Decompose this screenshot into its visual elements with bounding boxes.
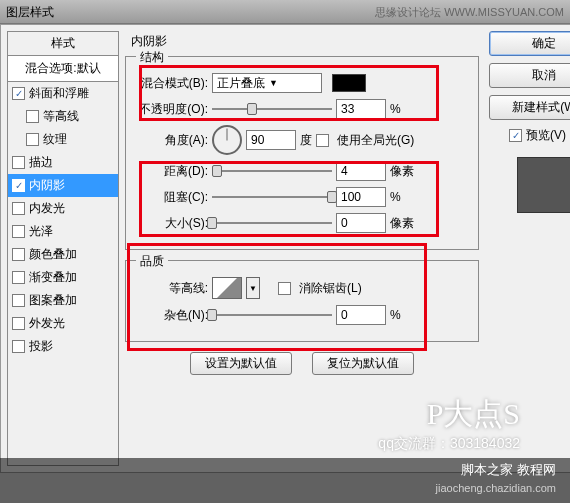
footer-overlay bbox=[0, 458, 570, 503]
preview-row: ✓ 预览(V) bbox=[489, 127, 570, 144]
style-label: 内发光 bbox=[29, 200, 65, 217]
style-item-斜面和浮雕[interactable]: ✓斜面和浮雕 bbox=[8, 82, 118, 105]
choke-label: 阻塞(C): bbox=[136, 189, 208, 206]
angle-dial[interactable] bbox=[212, 125, 242, 155]
contour-label: 等高线: bbox=[136, 280, 208, 297]
choke-row: 阻塞(C): 100 % bbox=[136, 187, 468, 207]
size-slider[interactable] bbox=[212, 215, 332, 231]
style-checkbox[interactable]: ✓ bbox=[12, 248, 25, 261]
dialog-body: 样式 混合选项:默认 ✓斜面和浮雕✓等高线✓纹理✓描边✓内阴影✓内发光✓光泽✓颜… bbox=[0, 24, 570, 473]
style-checkbox[interactable]: ✓ bbox=[12, 179, 25, 192]
blend-mode-label: 混合模式(B): bbox=[136, 75, 208, 92]
shadow-color-chip[interactable] bbox=[332, 74, 366, 92]
choke-unit: % bbox=[390, 190, 420, 204]
style-item-纹理[interactable]: ✓纹理 bbox=[8, 128, 118, 151]
noise-label: 杂色(N): bbox=[136, 307, 208, 324]
default-buttons-row: 设置为默认值 复位为默认值 bbox=[125, 352, 479, 375]
panel-title: 内阴影 bbox=[131, 33, 479, 50]
new-style-button[interactable]: 新建样式(W bbox=[489, 95, 570, 120]
blend-mode-dropdown[interactable]: 正片叠底 ▼ bbox=[212, 73, 322, 93]
angle-value[interactable]: 90 bbox=[246, 130, 296, 150]
structure-fieldset: 结构 混合模式(B): 正片叠底 ▼ 不透明度(O): 33 % 角度(A): … bbox=[125, 56, 479, 250]
distance-row: 距离(D): 4 像素 bbox=[136, 161, 468, 181]
styles-header: 样式 bbox=[8, 32, 118, 56]
main-panel: 内阴影 结构 混合模式(B): 正片叠底 ▼ 不透明度(O): 33 % 角度(… bbox=[125, 31, 479, 466]
style-item-内发光[interactable]: ✓内发光 bbox=[8, 197, 118, 220]
noise-row: 杂色(N): 0 % bbox=[136, 305, 468, 325]
antialias-label: 消除锯齿(L) bbox=[299, 280, 362, 297]
style-label: 描边 bbox=[29, 154, 53, 171]
make-default-button[interactable]: 设置为默认值 bbox=[190, 352, 292, 375]
styles-panel: 样式 混合选项:默认 ✓斜面和浮雕✓等高线✓纹理✓描边✓内阴影✓内发光✓光泽✓颜… bbox=[7, 31, 119, 466]
style-item-渐变叠加[interactable]: ✓渐变叠加 bbox=[8, 266, 118, 289]
size-value[interactable]: 0 bbox=[336, 213, 386, 233]
noise-value[interactable]: 0 bbox=[336, 305, 386, 325]
style-checkbox[interactable]: ✓ bbox=[12, 294, 25, 307]
style-item-等高线[interactable]: ✓等高线 bbox=[8, 105, 118, 128]
style-checkbox[interactable]: ✓ bbox=[12, 225, 25, 238]
style-label: 渐变叠加 bbox=[29, 269, 77, 286]
noise-unit: % bbox=[390, 308, 420, 322]
style-checkbox[interactable]: ✓ bbox=[26, 133, 39, 146]
preview-checkbox[interactable]: ✓ bbox=[509, 129, 522, 142]
style-item-光泽[interactable]: ✓光泽 bbox=[8, 220, 118, 243]
blend-mode-row: 混合模式(B): 正片叠底 ▼ bbox=[136, 73, 468, 93]
quality-fieldset: 品质 等高线: ▼ 消除锯齿(L) 杂色(N): 0 % bbox=[125, 260, 479, 342]
distance-slider[interactable] bbox=[212, 163, 332, 179]
blend-options-row[interactable]: 混合选项:默认 bbox=[8, 56, 118, 82]
style-label: 内阴影 bbox=[29, 177, 65, 194]
style-checkbox[interactable]: ✓ bbox=[26, 110, 39, 123]
title-bar: 图层样式 思缘设计论坛 WWW.MISSYUAN.COM bbox=[0, 0, 570, 24]
style-label: 纹理 bbox=[43, 131, 67, 148]
style-item-图案叠加[interactable]: ✓图案叠加 bbox=[8, 289, 118, 312]
window-title: 图层样式 bbox=[6, 0, 54, 23]
style-item-描边[interactable]: ✓描边 bbox=[8, 151, 118, 174]
use-global-light-checkbox[interactable] bbox=[316, 134, 329, 147]
style-checkbox[interactable]: ✓ bbox=[12, 340, 25, 353]
size-unit: 像素 bbox=[390, 215, 420, 232]
size-row: 大小(S): 0 像素 bbox=[136, 213, 468, 233]
style-checkbox[interactable]: ✓ bbox=[12, 156, 25, 169]
opacity-unit: % bbox=[390, 102, 420, 116]
style-label: 颜色叠加 bbox=[29, 246, 77, 263]
choke-slider[interactable] bbox=[212, 189, 332, 205]
style-label: 投影 bbox=[29, 338, 53, 355]
style-item-颜色叠加[interactable]: ✓颜色叠加 bbox=[8, 243, 118, 266]
angle-label: 角度(A): bbox=[136, 132, 208, 149]
styles-list: 混合选项:默认 ✓斜面和浮雕✓等高线✓纹理✓描边✓内阴影✓内发光✓光泽✓颜色叠加… bbox=[8, 56, 118, 358]
style-checkbox[interactable]: ✓ bbox=[12, 202, 25, 215]
angle-row: 角度(A): 90 度 使用全局光(G) bbox=[136, 125, 468, 155]
antialias-checkbox[interactable] bbox=[278, 282, 291, 295]
style-label: 外发光 bbox=[29, 315, 65, 332]
chevron-down-icon: ▼ bbox=[269, 78, 278, 88]
contour-row: 等高线: ▼ 消除锯齿(L) bbox=[136, 277, 468, 299]
style-label: 光泽 bbox=[29, 223, 53, 240]
style-label: 图案叠加 bbox=[29, 292, 77, 309]
size-label: 大小(S): bbox=[136, 215, 208, 232]
ok-button[interactable]: 确定 bbox=[489, 31, 570, 56]
style-label: 等高线 bbox=[43, 108, 79, 125]
style-checkbox[interactable]: ✓ bbox=[12, 87, 25, 100]
style-item-外发光[interactable]: ✓外发光 bbox=[8, 312, 118, 335]
distance-label: 距离(D): bbox=[136, 163, 208, 180]
choke-value[interactable]: 100 bbox=[336, 187, 386, 207]
opacity-row: 不透明度(O): 33 % bbox=[136, 99, 468, 119]
noise-slider[interactable] bbox=[212, 307, 332, 323]
style-checkbox[interactable]: ✓ bbox=[12, 271, 25, 284]
contour-picker[interactable] bbox=[212, 277, 242, 299]
preview-swatch bbox=[517, 157, 570, 213]
cancel-button[interactable]: 取消 bbox=[489, 63, 570, 88]
style-item-投影[interactable]: ✓投影 bbox=[8, 335, 118, 358]
style-checkbox[interactable]: ✓ bbox=[12, 317, 25, 330]
quality-legend: 品质 bbox=[136, 253, 168, 270]
forum-watermark: 思缘设计论坛 WWW.MISSYUAN.COM bbox=[375, 0, 564, 23]
reset-default-button[interactable]: 复位为默认值 bbox=[312, 352, 414, 375]
contour-dropdown-icon[interactable]: ▼ bbox=[246, 277, 260, 299]
preview-label: 预览(V) bbox=[526, 127, 566, 144]
distance-unit: 像素 bbox=[390, 163, 420, 180]
opacity-slider[interactable] bbox=[212, 101, 332, 117]
distance-value[interactable]: 4 bbox=[336, 161, 386, 181]
style-item-内阴影[interactable]: ✓内阴影 bbox=[8, 174, 118, 197]
right-column: 确定 取消 新建样式(W ✓ 预览(V) bbox=[489, 31, 570, 213]
opacity-value[interactable]: 33 bbox=[336, 99, 386, 119]
